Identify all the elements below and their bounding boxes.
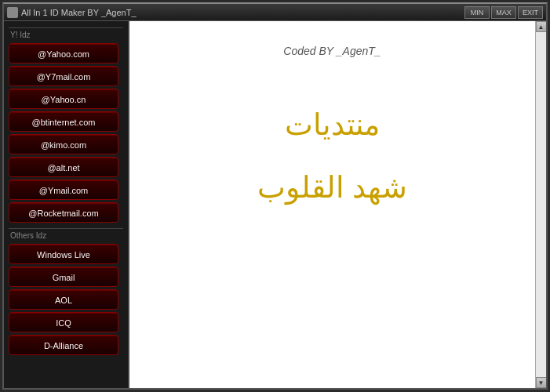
scroll-track[interactable] (536, 32, 547, 377)
icq-button[interactable]: ICQ (9, 312, 118, 332)
sidebar: Y! Idz @Yahoo.com @Y7mail.com @Yahoo.cn … (4, 21, 129, 388)
gmail-button[interactable]: Gmail (9, 267, 118, 287)
minimize-button[interactable]: MIN (464, 6, 490, 19)
title-bar-text: All In 1 ID Maker BY _AgenT_ (21, 8, 137, 17)
title-bar-left: All In 1 ID Maker BY _AgenT_ (7, 7, 137, 18)
d-alliance-button[interactable]: D-Alliance (9, 335, 118, 355)
arabic-line-1: منتديات (129, 107, 535, 142)
main-scrollbar[interactable]: ▲ ▼ (535, 21, 546, 388)
y7mail-button[interactable]: @Y7mail.com (9, 66, 118, 86)
content-area: Y! Idz @Yahoo.com @Y7mail.com @Yahoo.cn … (4, 21, 546, 388)
group-label-yahoo: Y! Idz (9, 27, 123, 39)
scroll-down-arrow[interactable]: ▼ (536, 377, 547, 388)
title-bar-buttons: MIN MAX EXIT (464, 6, 543, 19)
btinternet-button[interactable]: @btinternet.com (9, 111, 118, 132)
kimo-button[interactable]: @kimo.com (9, 134, 118, 154)
main-window: All In 1 ID Maker BY _AgenT_ MIN MAX EXI… (2, 2, 548, 390)
app-icon (7, 7, 18, 18)
scroll-up-arrow[interactable]: ▲ (536, 21, 547, 32)
ymail-button[interactable]: @Ymail.com (9, 180, 118, 200)
maximize-button[interactable]: MAX (491, 6, 516, 19)
main-panel: Coded BY _AgenT_ منتديات شهد القلوب ▲ ▼ (129, 21, 546, 388)
coded-by-text: Coded BY _AgenT_ (129, 45, 535, 57)
aol-button[interactable]: AOL (9, 289, 118, 310)
group-label-others: Others Idz (9, 228, 123, 240)
title-bar: All In 1 ID Maker BY _AgenT_ MIN MAX EXI… (4, 4, 546, 21)
yahoo-cn-button[interactable]: @Yahoo.cn (9, 89, 118, 109)
arabic-line-2: شهد القلوب (129, 170, 535, 205)
close-button[interactable]: EXIT (518, 6, 543, 19)
yahoo-com-button[interactable]: @Yahoo.com (9, 43, 118, 64)
alt-net-button[interactable]: @alt.net (9, 157, 118, 177)
rocketmail-button[interactable]: @Rocketmail.com (9, 202, 118, 223)
windows-live-button[interactable]: Windows Live (9, 244, 118, 264)
